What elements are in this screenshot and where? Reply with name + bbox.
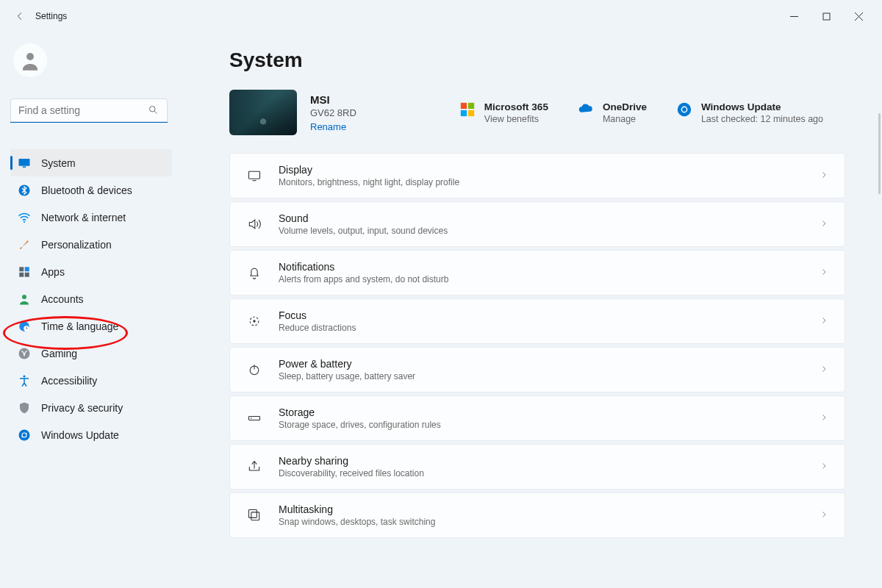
onedrive-icon: [578, 101, 594, 118]
windows-update-icon: [676, 101, 692, 118]
card-power[interactable]: Power & batterySleep, battery usage, bat…: [229, 347, 845, 392]
nav-list: System Bluetooth & devices Network & int…: [10, 149, 172, 448]
main-content: System MSI GV62 8RD Rename Microsoft 365…: [220, 32, 882, 588]
card-notifications[interactable]: NotificationsAlerts from apps and system…: [229, 250, 845, 295]
card-title: Sound: [279, 212, 448, 224]
svg-point-16: [19, 429, 30, 440]
microsoft365-icon: [459, 101, 476, 118]
app-title: Settings: [35, 11, 67, 21]
status-microsoft365[interactable]: Microsoft 365View benefits: [459, 101, 548, 124]
card-sound[interactable]: SoundVolume levels, output, input, sound…: [229, 201, 845, 247]
svg-point-11: [22, 295, 26, 299]
scrollbar[interactable]: [878, 113, 881, 194]
chevron-right-icon: [820, 266, 828, 279]
maximize-button[interactable]: [810, 4, 842, 28]
storage-icon: [246, 410, 262, 426]
sidebar-item-network[interactable]: Network & internet: [10, 204, 172, 231]
sidebar-item-label: Windows Update: [41, 429, 119, 441]
card-title: Multitasking: [279, 503, 435, 515]
minimize-button[interactable]: [778, 4, 810, 28]
card-sub: Sleep, battery usage, battery saver: [279, 371, 415, 381]
svg-rect-19: [461, 110, 467, 115]
close-button[interactable]: [842, 4, 875, 28]
sidebar-item-privacy[interactable]: Privacy & security: [10, 394, 172, 421]
svg-rect-22: [249, 171, 260, 179]
card-sub: Volume levels, output, input, sound devi…: [279, 226, 448, 236]
sidebar-item-time[interactable]: Time & language: [10, 312, 172, 340]
wallpaper-thumbnail[interactable]: [229, 90, 297, 135]
card-multitasking[interactable]: MultitaskingSnap windows, desktops, task…: [229, 492, 845, 538]
update-icon: [18, 429, 31, 442]
svg-point-21: [678, 102, 691, 115]
display-icon: [246, 168, 262, 184]
svg-point-15: [24, 375, 26, 377]
svg-rect-7: [19, 267, 24, 271]
sidebar: System Bluetooth & devices Network & int…: [0, 32, 220, 588]
card-sub: Alerts from apps and system, do not dist…: [279, 274, 448, 284]
svg-rect-4: [23, 166, 26, 168]
chevron-right-icon: [820, 509, 828, 522]
status-onedrive[interactable]: OneDriveManage: [578, 101, 647, 124]
multitasking-icon: [246, 507, 262, 523]
sound-icon: [246, 216, 262, 232]
svg-point-14: [19, 348, 30, 359]
user-avatar[interactable]: [13, 43, 47, 77]
svg-rect-17: [461, 102, 467, 108]
brush-icon: [18, 238, 31, 251]
card-display[interactable]: DisplayMonitors, brightness, night light…: [229, 153, 845, 198]
svg-rect-0: [823, 13, 830, 20]
card-storage[interactable]: StorageStorage space, drives, configurat…: [229, 395, 845, 441]
card-title: Power & battery: [279, 358, 415, 370]
search-input[interactable]: [10, 98, 168, 122]
apps-icon: [18, 265, 31, 279]
sidebar-item-label: Gaming: [41, 348, 77, 359]
svg-rect-18: [468, 102, 474, 108]
sidebar-item-system[interactable]: System: [10, 149, 172, 176]
monitor-icon: [18, 157, 31, 170]
sidebar-item-label: Bluetooth & devices: [41, 184, 132, 196]
chevron-right-icon: [820, 460, 828, 473]
chevron-right-icon: [820, 169, 828, 182]
svg-point-1: [26, 53, 34, 60]
window-controls: [778, 4, 875, 28]
back-button[interactable]: [7, 4, 32, 29]
card-sub: Discoverability, received files location: [279, 468, 424, 478]
sidebar-item-update[interactable]: Windows Update: [10, 421, 172, 448]
bell-icon: [246, 265, 262, 281]
status-windows-update[interactable]: Windows UpdateLast checked: 12 minutes a…: [676, 101, 823, 124]
sidebar-item-accounts[interactable]: Accounts: [10, 285, 172, 312]
svg-rect-10: [25, 272, 29, 276]
svg-point-24: [253, 320, 255, 322]
power-icon: [246, 362, 262, 378]
chevron-right-icon: [820, 412, 828, 425]
status-sub: Manage: [603, 114, 647, 124]
sidebar-item-label: Accessibility: [41, 375, 97, 387]
rename-link[interactable]: Rename: [310, 121, 356, 132]
page-title: System: [229, 49, 845, 72]
status-title: Microsoft 365: [484, 101, 548, 112]
status-sub: Last checked: 12 minutes ago: [701, 114, 823, 124]
sidebar-item-gaming[interactable]: Gaming: [10, 340, 172, 367]
svg-rect-28: [251, 512, 259, 520]
card-nearby[interactable]: Nearby sharingDiscoverability, received …: [229, 444, 845, 490]
sidebar-item-label: Time & language: [41, 320, 118, 332]
card-sub: Storage space, drives, configuration rul…: [279, 420, 441, 430]
search-icon: [148, 104, 159, 118]
sidebar-item-label: Personalization: [41, 239, 112, 251]
svg-point-27: [251, 417, 252, 419]
status-sub: View benefits: [484, 114, 548, 124]
globe-clock-icon: [18, 320, 31, 333]
bluetooth-icon: [18, 184, 31, 197]
sidebar-item-apps[interactable]: Apps: [10, 258, 172, 285]
card-focus[interactable]: FocusReduce distractions: [229, 298, 845, 344]
card-title: Nearby sharing: [279, 455, 424, 467]
sidebar-item-personalization[interactable]: Personalization: [10, 231, 172, 258]
sidebar-item-bluetooth[interactable]: Bluetooth & devices: [10, 176, 172, 204]
sidebar-item-accessibility[interactable]: Accessibility: [10, 367, 172, 394]
accessibility-icon: [18, 374, 31, 387]
sidebar-item-label: Network & internet: [41, 212, 126, 223]
device-name: MSI: [310, 93, 356, 106]
chevron-right-icon: [820, 218, 828, 231]
card-sub: Reduce distractions: [279, 323, 356, 333]
svg-rect-20: [468, 110, 474, 115]
